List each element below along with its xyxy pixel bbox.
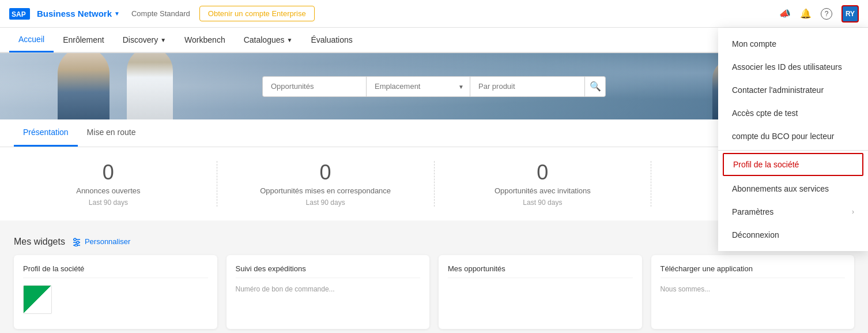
stat-opp-inv-label: Opportunités avec invitations — [446, 186, 640, 195]
tab-presentation-label: Présentation — [23, 128, 69, 137]
company-logo — [23, 285, 52, 314]
enterprise-button[interactable]: Obtenir un compte Enterprise — [199, 6, 315, 21]
stat-annonces: 0 Annonces ouvertes Last 90 days — [0, 161, 217, 207]
nav-item-workbench[interactable]: Workbench — [175, 27, 235, 53]
help-icon: ? — [821, 8, 832, 20]
menu-label-contact-admin: Contacter l'administrateur — [732, 85, 824, 95]
bell-icon: 🔔 — [800, 8, 812, 19]
catalogues-dropdown-icon: ▼ — [287, 37, 293, 43]
widget-opportunites-title: Mes opportunités — [448, 264, 633, 278]
menu-item-mon-compte[interactable]: Mon compte — [718, 32, 868, 55]
user-avatar[interactable]: RY — [841, 5, 859, 23]
nav-label-discovery: Discovery — [123, 35, 158, 44]
stat-opp-inv-value: 0 — [446, 161, 640, 184]
menu-label-parametres: Paramètres — [732, 207, 773, 216]
user-dropdown-menu: Mon compte Associer les ID des utilisate… — [718, 28, 868, 251]
stat-opp-corr-label: Opportunités mises en correspondance — [229, 186, 422, 195]
stat-opp-corr-period: Last 90 days — [229, 199, 422, 207]
menu-item-associer-id[interactable]: Associer les ID des utilisateurs — [718, 55, 868, 78]
search-product-input[interactable] — [470, 76, 585, 97]
stat-opportunites-correspondance: 0 Opportunités mises en correspondance L… — [217, 161, 435, 207]
widgets-grid: Profil de la société Suivi des expéditio… — [14, 255, 854, 329]
megaphone-button[interactable]: 📣 — [779, 8, 791, 19]
menu-item-deconnexion[interactable]: Déconnexion — [718, 223, 868, 246]
widget-profil-title: Profil de la société — [23, 264, 208, 278]
stat-annonces-value: 0 — [12, 161, 205, 184]
tab-presentation[interactable]: Présentation — [14, 119, 78, 147]
brand-dropdown-icon[interactable]: ▼ — [114, 10, 120, 17]
nav-item-catalogues[interactable]: Catalogues ▼ — [235, 27, 302, 53]
menu-label-mon-compte: Mon compte — [732, 39, 776, 48]
menu-item-acces-test[interactable]: Accès cpte de test — [718, 102, 868, 125]
personalize-label: Personnaliser — [85, 237, 131, 246]
tab-mise-en-route-label: Mise en route — [87, 128, 136, 137]
svg-point-7 — [75, 244, 77, 246]
nav-label-catalogues: Catalogues — [244, 35, 285, 44]
nav-item-enrolement[interactable]: Enrôlement — [54, 27, 114, 53]
brand-name: Business Network — [37, 9, 112, 18]
widget-telecharger-text: Nous sommes... — [661, 285, 711, 293]
menu-divider — [718, 150, 868, 151]
tab-mise-en-route[interactable]: Mise en route — [78, 119, 145, 147]
menu-label-abonnements: Abonnements aux services — [732, 184, 829, 193]
menu-label-associer-id: Associer les ID des utilisateurs — [732, 62, 842, 72]
help-button[interactable]: ? — [821, 8, 832, 20]
search-button[interactable]: 🔍 — [585, 76, 606, 97]
svg-point-5 — [77, 241, 79, 244]
sap-logo: SAP — [9, 8, 30, 20]
nav-label-accueil: Accueil — [18, 35, 44, 44]
search-icon: 🔍 — [590, 81, 601, 92]
widget-telecharger: Télécharger une application Nous sommes.… — [651, 255, 855, 329]
stat-annonces-label: Annonces ouvertes — [12, 186, 205, 195]
widget-expeditions: Suivi des expéditions Numéro de bon de c… — [227, 255, 430, 329]
account-type: Compte Standard — [131, 9, 190, 18]
stat-annonces-period: Last 90 days — [12, 199, 205, 207]
notifications-button[interactable]: 🔔 — [800, 8, 812, 19]
widget-telecharger-content: Nous sommes... — [661, 285, 846, 320]
nav-item-accueil[interactable]: Accueil — [9, 27, 54, 53]
widget-opportunites-content — [448, 285, 633, 320]
widget-profil-content — [23, 285, 208, 320]
menu-label-acces-test: Accès cpte de test — [732, 108, 798, 118]
menu-item-parametres[interactable]: Paramètres › — [718, 200, 868, 223]
widget-profil: Profil de la société — [14, 255, 217, 329]
widget-telecharger-title: Télécharger une application — [661, 264, 846, 278]
svg-text:SAP: SAP — [12, 10, 26, 18]
nav-item-evaluations[interactable]: Évaluations — [301, 27, 361, 53]
search-location-input[interactable] — [366, 76, 470, 97]
widget-expeditions-content: Numéro de bon de commande... — [236, 285, 421, 320]
menu-label-compte-bco: compte du BCO pour lecteur — [732, 132, 834, 141]
menu-item-compte-bco[interactable]: compte du BCO pour lecteur — [718, 125, 868, 148]
menu-item-abonnements[interactable]: Abonnements aux services — [718, 177, 868, 200]
search-bar: ▼ 🔍 — [262, 76, 606, 97]
stat-opportunites-invitations: 0 Opportunités avec invitations Last 90 … — [435, 161, 652, 207]
top-bar: SAP Business Network ▼ Compte Standard O… — [0, 0, 868, 28]
nav-label-workbench: Workbench — [184, 35, 225, 44]
parametres-arrow-icon: › — [852, 208, 854, 216]
top-bar-actions: 📣 🔔 ? RY — [779, 5, 859, 23]
stat-opp-inv-period: Last 90 days — [446, 199, 640, 207]
svg-point-3 — [74, 238, 76, 241]
personalize-button[interactable]: Personnaliser — [72, 237, 131, 246]
menu-item-contact-admin[interactable]: Contacter l'administrateur — [718, 78, 868, 102]
menu-label-deconnexion: Déconnexion — [732, 230, 779, 240]
location-select-wrapper: ▼ — [366, 76, 470, 97]
nav-label-enrolement: Enrôlement — [63, 35, 104, 44]
nav-item-discovery[interactable]: Discovery ▼ — [114, 27, 175, 53]
widgets-title: Mes widgets — [14, 237, 65, 247]
megaphone-icon: 📣 — [779, 8, 791, 19]
menu-item-profil-societe[interactable]: Profil de la société — [723, 153, 863, 176]
widget-expeditions-title: Suivi des expéditions — [236, 264, 421, 278]
sliders-icon — [72, 237, 81, 246]
widget-opportunites: Mes opportunités — [439, 255, 642, 329]
nav-label-evaluations: Évaluations — [311, 35, 352, 44]
discovery-dropdown-icon: ▼ — [160, 37, 166, 43]
search-type-input[interactable] — [262, 76, 366, 97]
widget-expeditions-text: Numéro de bon de commande... — [236, 285, 335, 293]
menu-label-profil-societe: Profil de la société — [733, 160, 799, 169]
stat-opp-corr-value: 0 — [229, 161, 422, 184]
